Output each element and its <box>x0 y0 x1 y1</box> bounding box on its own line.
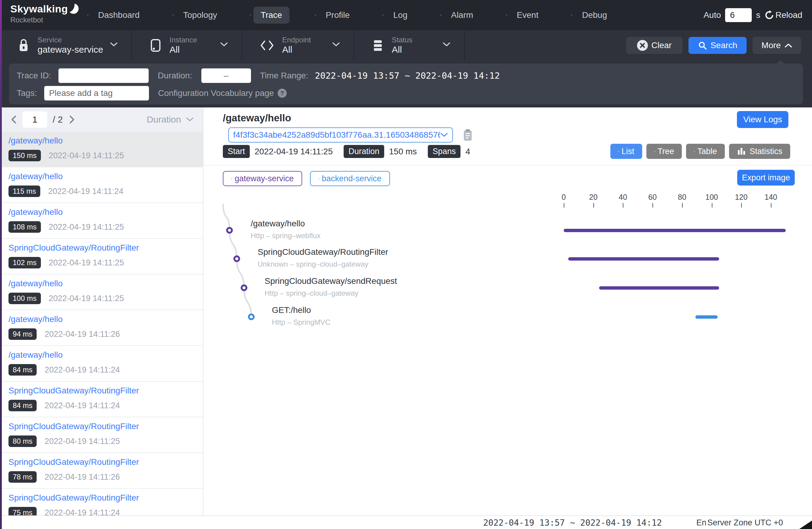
service-chip-backend-service[interactable]: backend-service <box>310 171 390 186</box>
view-mode-statistics[interactable]: Statistics <box>729 144 790 159</box>
trace-list-item[interactable]: /gateway/hello84 ms2022-04-19 14:11:24 <box>0 346 203 382</box>
duration-badge: 108 ms <box>9 221 41 233</box>
instance-filter[interactable]: InstanceAll <box>132 30 242 60</box>
trace-list-item[interactable]: SpringCloudGateway/RoutingFilter102 ms20… <box>0 239 203 275</box>
view-logs-button[interactable]: View Logs <box>737 111 788 128</box>
span-duration-bar[interactable] <box>564 229 786 232</box>
endpoint-filter[interactable]: EndpointAll <box>242 30 354 60</box>
span-duration-bar[interactable] <box>695 315 717 319</box>
nav-item-dashboard[interactable]: Dashboard <box>91 7 147 24</box>
span-duration-bar[interactable] <box>568 257 719 261</box>
trace-list-item[interactable]: SpringCloudGateway/RoutingFilter84 ms202… <box>0 382 203 417</box>
help-icon[interactable]: ? <box>278 89 287 98</box>
trace-timestamp: 2022-04-19 14:11:24 <box>44 401 120 410</box>
trace-list-item[interactable]: SpringCloudGateway/RoutingFilter80 ms202… <box>0 417 203 453</box>
next-page-button[interactable] <box>68 115 77 124</box>
selector-text: EndpointAll <box>282 36 311 55</box>
view-mode-buttons: ListTreeTableStatistics <box>610 144 790 159</box>
trace-list-item[interactable]: /gateway/hello94 ms2022-04-19 14:11:26 <box>0 310 203 346</box>
trace-name-link[interactable]: SpringCloudGateway/RoutingFilter <box>9 493 203 503</box>
axis-tick-label: 20 <box>589 193 598 202</box>
clear-icon <box>637 40 648 51</box>
trace-list-item[interactable]: SpringCloudGateway/RoutingFilter78 ms202… <box>0 453 203 489</box>
span-node-icon[interactable] <box>233 255 240 262</box>
bullet-dot <box>694 151 695 152</box>
trace-name-link[interactable]: /gateway/hello <box>9 172 203 181</box>
trace-list-item[interactable]: /gateway/hello100 ms2022-04-19 14:11:25 <box>0 275 203 310</box>
trace-timestamp: 2022-04-19 14:11:24 <box>48 187 124 196</box>
sort-label: Duration <box>147 114 181 125</box>
span-node-icon[interactable] <box>248 313 255 320</box>
span-title[interactable]: GET:/hello <box>272 305 311 315</box>
trace-list-item[interactable]: /gateway/hello115 ms2022-04-19 14:11:24 <box>0 167 203 203</box>
trace-name-link[interactable]: /gateway/hello <box>9 314 203 324</box>
span-title[interactable]: SpringCloudGateway/sendRequest <box>265 276 397 286</box>
service-chip-label: gateway-service <box>235 174 294 183</box>
trace-list-item[interactable]: SpringCloudGateway/RoutingFilter75 ms202… <box>0 489 203 515</box>
selector-value: All <box>282 44 311 55</box>
span-duration-bar[interactable] <box>599 286 719 290</box>
nav-item-log[interactable]: Log <box>386 7 415 24</box>
view-mode-list[interactable]: List <box>610 144 642 159</box>
span-node-icon[interactable] <box>226 227 233 234</box>
trace-list-item[interactable]: /gateway/hello108 ms2022-04-19 14:11:25 <box>0 203 203 239</box>
vocabulary-link[interactable]: Configuration Vocabulary page <box>158 88 274 98</box>
reload-button[interactable]: Reload <box>765 10 802 20</box>
selector-label: Status <box>392 36 412 44</box>
trace-meta: 84 ms2022-04-19 14:11:24 <box>9 400 203 411</box>
trace-id-select[interactable]: f4f3f3c34abe4252a89d5bf103f776aa.31.1650… <box>228 128 453 143</box>
logo[interactable]: Skywalking Rocketbot <box>10 3 79 24</box>
duration-input[interactable] <box>201 69 251 83</box>
bullet-dot <box>618 151 619 152</box>
tags-input[interactable] <box>44 86 149 101</box>
trace-name-link[interactable]: /gateway/hello <box>9 136 203 146</box>
trace-name-link[interactable]: /gateway/hello <box>9 279 203 289</box>
nav-item-topology[interactable]: Topology <box>176 7 224 24</box>
service-chip-gateway-service[interactable]: gateway-service <box>223 171 302 186</box>
search-label: Search <box>711 41 738 50</box>
trace-timestamp: 2022-04-19 14:11:24 <box>44 365 120 374</box>
span-layer-label: Http – SpringMVC <box>272 318 330 326</box>
trace-list-item[interactable]: /gateway/hello150 ms2022-04-19 14:11:25 <box>0 132 203 167</box>
view-mode-table[interactable]: Table <box>686 144 725 159</box>
axis-tick-label: 140 <box>765 193 777 202</box>
clear-button[interactable]: Clear <box>626 37 682 54</box>
trace-name-link[interactable]: /gateway/hello <box>9 350 203 360</box>
bullet-dot <box>87 15 88 16</box>
search-button[interactable]: Search <box>688 37 746 54</box>
span-title[interactable]: SpringCloudGateway/RoutingFilter <box>258 247 388 257</box>
auto-interval-input[interactable] <box>725 8 752 22</box>
service-filter[interactable]: Servicegateway-service <box>0 30 132 60</box>
language-toggle[interactable]: En <box>696 518 706 528</box>
more-button[interactable]: More <box>753 37 801 54</box>
span-node-icon[interactable] <box>241 284 247 291</box>
duration-badge: 84 ms <box>9 400 37 411</box>
trace-name-link[interactable]: SpringCloudGateway/RoutingFilter <box>9 422 203 431</box>
selector-value: gateway-service <box>38 44 103 55</box>
trace-id-input[interactable] <box>58 69 149 83</box>
page-input[interactable] <box>23 112 47 128</box>
trace-name-link[interactable]: /gateway/hello <box>9 207 203 217</box>
duration-badge: 94 ms <box>9 328 37 340</box>
nav-item-alarm[interactable]: Alarm <box>444 7 480 24</box>
trace-name-link[interactable]: SpringCloudGateway/RoutingFilter <box>9 457 203 467</box>
nav-item-profile[interactable]: Profile <box>319 7 357 24</box>
trace-meta: 115 ms2022-04-19 14:11:24 <box>9 186 203 197</box>
server-zone-setting[interactable]: Server Zone UTC +0 <box>707 518 783 528</box>
trace-name-link[interactable]: SpringCloudGateway/RoutingFilter <box>9 243 203 253</box>
trace-meta: 100 ms2022-04-19 14:11:25 <box>9 293 203 304</box>
trace-name-link[interactable]: SpringCloudGateway/RoutingFilter <box>9 386 203 396</box>
chevron-down-icon <box>186 117 194 122</box>
status-filter[interactable]: StatusAll <box>354 30 465 60</box>
nav-item-debug[interactable]: Debug <box>575 7 614 24</box>
sort-dropdown[interactable]: Duration <box>147 114 194 125</box>
lock-icon <box>17 38 30 53</box>
copy-icon[interactable] <box>462 129 474 142</box>
export-image-button[interactable]: Export image <box>737 170 795 186</box>
view-mode-label: Table <box>697 147 717 156</box>
view-mode-tree[interactable]: Tree <box>647 144 682 159</box>
nav-item-event[interactable]: Event <box>509 7 546 24</box>
span-title[interactable]: /gateway/hello <box>251 219 305 229</box>
prev-page-button[interactable] <box>9 115 18 124</box>
nav-item-trace[interactable]: Trace <box>253 7 289 24</box>
